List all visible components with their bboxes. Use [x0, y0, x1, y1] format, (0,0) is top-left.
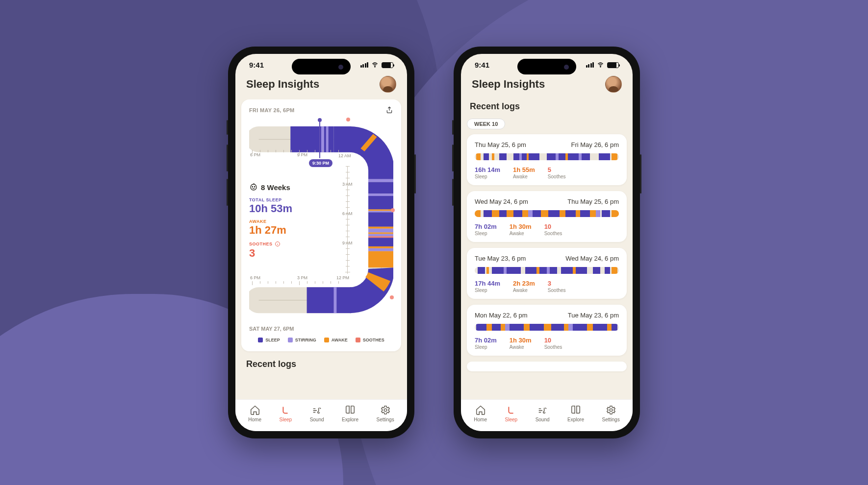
log-awake-val: 1h 55m — [513, 166, 535, 173]
svg-rect-15 — [368, 233, 393, 234]
log-sleep-lbl: Sleep — [475, 344, 497, 350]
tab-bar: Home Sleep Sound Explore Settings — [235, 399, 407, 431]
sleep-u-chart[interactable]: 9:30 PM 6 PM 9 PM 12 AM 3 AM 6 AM 9 AM 1… — [249, 118, 393, 324]
tab-sleep[interactable]: Sleep — [280, 405, 292, 422]
log-soothes-val: 3 — [548, 280, 566, 287]
axis-label: 6 PM — [250, 275, 260, 280]
svg-point-25 — [252, 187, 253, 188]
tab-label: Sleep — [280, 417, 292, 422]
battery-icon — [607, 62, 619, 68]
svg-point-0 — [375, 67, 375, 67]
tab-sound[interactable]: Sound — [536, 405, 550, 422]
soothes-value: 3 — [249, 247, 332, 260]
log-awake-lbl: Awake — [510, 231, 532, 236]
log-card[interactable]: Tue May 23, 6 pmWed May 24, 6 pm — [467, 248, 627, 299]
tab-home[interactable]: Home — [474, 405, 487, 422]
soothe-dot-icon — [391, 208, 395, 212]
log-start: Mon May 22, 6 pm — [475, 312, 528, 319]
log-sleep-val: 17h 44m — [475, 280, 500, 287]
svg-rect-11 — [368, 211, 393, 212]
log-awake-val: 1h 30m — [510, 223, 532, 230]
log-awake-val: 1h 30m — [510, 337, 532, 344]
log-card[interactable]: Wed May 24, 6 pmThu May 25, 6 pm — [467, 191, 627, 242]
tab-label: Sleep — [505, 417, 518, 422]
avatar[interactable] — [380, 76, 396, 93]
log-soothes-val: 5 — [548, 166, 566, 173]
svg-rect-5 — [368, 170, 393, 179]
recent-logs-heading: Recent logs — [467, 99, 627, 117]
svg-rect-7 — [368, 182, 393, 194]
total-sleep-value: 10h 53m — [249, 202, 332, 215]
tab-label: Sound — [536, 417, 550, 422]
tab-sound[interactable]: Sound — [310, 405, 324, 422]
log-awake-val: 2h 23m — [513, 280, 535, 287]
cellular-icon — [586, 62, 594, 68]
tab-label: Sound — [310, 417, 324, 422]
chart-legend: SLEEP STIRRING AWAKE SOOTHES — [249, 338, 393, 342]
baby-icon — [249, 183, 258, 192]
tab-settings[interactable]: Settings — [377, 405, 394, 422]
tab-settings[interactable]: Settings — [602, 405, 620, 422]
svg-point-30 — [610, 409, 613, 412]
tab-label: Settings — [377, 417, 394, 422]
svg-rect-19 — [368, 246, 393, 248]
svg-rect-23 — [333, 287, 336, 313]
log-card[interactable] — [467, 362, 627, 371]
tab-label: Settings — [602, 417, 620, 422]
soothes-label: SOOTHES — [249, 242, 273, 246]
log-soothes-lbl: Soothes — [548, 288, 566, 293]
log-soothes-lbl: Soothes — [544, 344, 562, 350]
soothe-dot-icon — [390, 295, 394, 299]
svg-rect-4 — [333, 126, 351, 152]
svg-point-29 — [600, 67, 601, 67]
svg-point-24 — [251, 184, 256, 190]
tab-label: Home — [248, 417, 261, 422]
svg-rect-12 — [368, 212, 393, 226]
status-bar: 9:41 — [235, 54, 407, 72]
status-bar: 9:41 — [461, 54, 633, 72]
axis-tick-row — [249, 281, 350, 289]
tab-explore[interactable]: Explore — [567, 405, 584, 422]
status-time: 9:41 — [249, 61, 264, 69]
log-soothes-lbl: Soothes — [544, 231, 562, 236]
share-icon[interactable] — [385, 106, 393, 114]
log-card[interactable]: Thu May 25, 6 pmFri May 26, 6 pm — [467, 134, 627, 185]
svg-point-26 — [255, 187, 255, 188]
tab-explore[interactable]: Explore — [342, 405, 358, 422]
log-end: Thu May 25, 6 pm — [567, 198, 619, 205]
chart-date-bottom: SAT MAY 27, 6PM — [249, 326, 393, 332]
log-card[interactable]: Mon May 22, 6 pmTue May 23, 6 pm — [467, 305, 627, 356]
tab-home[interactable]: Home — [248, 405, 261, 422]
info-icon[interactable] — [275, 241, 281, 247]
svg-rect-10 — [368, 209, 393, 211]
axis-tick-row — [249, 150, 350, 158]
svg-rect-6 — [368, 179, 393, 182]
axis-tick-column — [347, 166, 356, 274]
legend-awake: AWAKE — [332, 338, 348, 342]
time-marker-bubble[interactable]: 9:30 PM — [309, 159, 332, 167]
log-sleep-lbl: Sleep — [475, 231, 497, 236]
battery-icon — [382, 62, 393, 68]
avatar[interactable] — [605, 76, 622, 93]
week-chip[interactable]: WEEK 10 — [467, 119, 505, 129]
svg-rect-20 — [368, 248, 393, 251]
log-timeline — [475, 267, 619, 274]
tab-sleep[interactable]: Sleep — [505, 405, 518, 422]
log-sleep-val: 7h 02m — [475, 337, 497, 344]
log-end: Fri May 26, 6 pm — [571, 141, 619, 148]
axis-label: 3 PM — [297, 275, 307, 280]
status-time: 9:41 — [475, 61, 489, 69]
svg-rect-16 — [368, 234, 393, 236]
log-timeline — [475, 210, 619, 217]
legend-soothes: SOOTHES — [363, 338, 384, 342]
log-sleep-val: 16h 14m — [475, 166, 500, 173]
log-sleep-val: 7h 02m — [475, 223, 497, 230]
tab-label: Explore — [567, 417, 584, 422]
page-title: Sleep Insights — [246, 78, 319, 91]
log-awake-lbl: Awake — [510, 344, 532, 350]
legend-stirring: STIRRING — [295, 338, 316, 342]
axis-label: 12 PM — [336, 275, 349, 280]
log-timeline — [475, 324, 619, 331]
phone-left: 9:41 Sleep Insights FRI MAY 26, 6PM — [228, 47, 414, 438]
log-end: Wed May 24, 6 pm — [565, 255, 619, 262]
